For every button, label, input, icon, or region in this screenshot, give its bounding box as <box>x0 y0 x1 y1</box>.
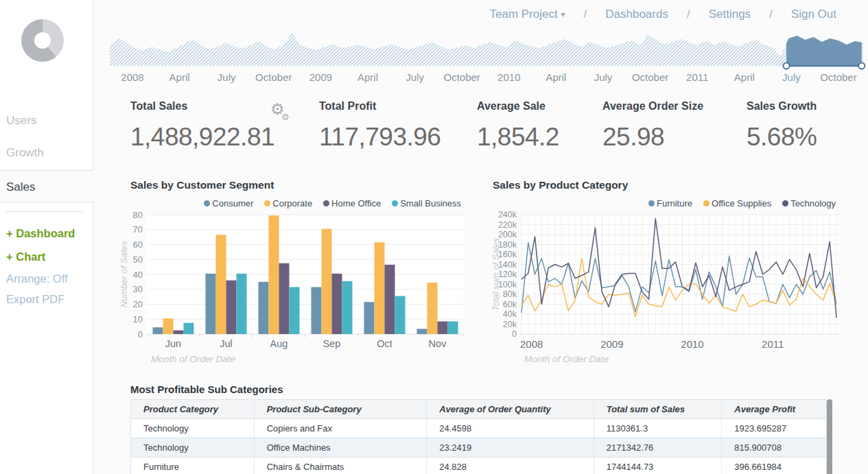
table-header-cell: Average of Order Quantity <box>427 400 594 418</box>
table-cell: 1744144.73 <box>594 458 723 474</box>
bar-corporate[interactable] <box>322 229 332 334</box>
table-header-cell: Product Category <box>131 400 255 418</box>
nav-team-project[interactable]: Team Project ▾ <box>490 8 565 21</box>
add-chart-button[interactable]: + Chart <box>6 250 45 263</box>
bar-consumer[interactable] <box>312 287 322 334</box>
nav-separator: / <box>584 8 587 21</box>
bar-small-business[interactable] <box>237 274 247 334</box>
timeline-tick-label: April <box>734 71 755 83</box>
app-logo-donut-icon[interactable] <box>21 19 64 62</box>
timeline-handle-left[interactable] <box>784 63 790 69</box>
y-tick-label: 80 <box>133 210 143 220</box>
kpi-average-order-size: Average Order Size 25.98 <box>602 100 703 152</box>
timeline-range-selector[interactable]: 2008AprilJulyOctober2009AprilJulyOctober… <box>110 32 865 85</box>
bar-corporate[interactable] <box>216 235 226 334</box>
y-tick-label: 70 <box>133 224 143 235</box>
table-row[interactable]: TechnologyOffice Machines23.24192171342.… <box>131 438 826 458</box>
timeline-tick-label: July <box>406 71 424 83</box>
bar-corporate[interactable] <box>375 242 385 334</box>
bar-consumer[interactable] <box>153 327 163 334</box>
kpi-value: 117,793.96 <box>319 123 441 152</box>
table-cell: 2171342.76 <box>594 438 723 457</box>
y-tick-label: 10 <box>133 314 143 324</box>
nav-sign-out[interactable]: Sign Out <box>791 8 836 21</box>
bar-home-office[interactable] <box>385 265 395 334</box>
kpi-value: 25.98 <box>602 123 703 152</box>
bar-consumer[interactable] <box>206 274 216 334</box>
bar-small-business[interactable] <box>395 296 406 334</box>
add-dashboard-button[interactable]: + Dashboard <box>6 227 75 240</box>
dashboard-page: Users Growth Sales + Dashboard + Chart A… <box>0 0 868 474</box>
timeline-tick-label: April <box>357 71 378 83</box>
nav-settings[interactable]: Settings <box>709 8 751 21</box>
export-pdf-button[interactable]: Export PDF <box>6 293 64 306</box>
bar-home-office[interactable] <box>174 331 184 334</box>
table-cell: 1923.695287 <box>722 419 826 438</box>
timeline-area <box>110 33 863 66</box>
table-cell: Office Machines <box>255 438 427 457</box>
table-cell: 23.2419 <box>427 438 594 457</box>
table-cell: Copiers and Fax <box>255 419 427 438</box>
bar-small-business[interactable] <box>448 322 458 334</box>
sidebar-item-sales[interactable]: Sales <box>0 170 94 202</box>
arrange-toggle[interactable]: Arrange: Off <box>6 272 68 285</box>
segment-bar-chart[interactable]: 01020304050607080JunJulAugSepOctNovMonth… <box>121 206 468 372</box>
bar-small-business[interactable] <box>342 281 353 334</box>
table-cell: 24.828 <box>427 458 594 474</box>
category-line-chart[interactable]: 020k40k60k80k100k120k140k160k180k200k220… <box>493 206 844 372</box>
bar-home-office[interactable] <box>279 263 290 334</box>
timeline-tick-label: 2011 <box>686 71 708 83</box>
bar-consumer[interactable] <box>259 282 269 334</box>
timeline-handle-right[interactable] <box>858 63 865 69</box>
bar-consumer[interactable] <box>417 329 427 334</box>
bar-corporate[interactable] <box>427 283 438 334</box>
bar-small-business[interactable] <box>290 287 300 334</box>
nav-dashboards[interactable]: Dashboards <box>605 8 668 21</box>
timeline-tick-label: April <box>169 71 190 83</box>
x-tick-label: Sep <box>323 338 341 349</box>
y-tick-label: 80k <box>503 289 517 299</box>
timeline-tick-label: 2008 <box>121 71 143 83</box>
y-tick-label: 220k <box>498 220 517 230</box>
y-tick-label: 100k <box>498 280 517 289</box>
kpi-settings-gear-icon[interactable]: ⚙ ⚙ <box>270 100 285 119</box>
table-row[interactable]: TechnologyCopiers and Fax24.45981130361.… <box>131 419 826 438</box>
timeline-tick-label: July <box>594 71 613 83</box>
table-header-cell: Total sum of Sales <box>594 400 723 418</box>
bar-home-office[interactable] <box>332 274 342 334</box>
y-tick-label: 120k <box>498 270 517 279</box>
bar-home-office[interactable] <box>438 322 448 334</box>
x-axis-title: Month of Order Date <box>524 354 609 364</box>
timeline-tick-label: April <box>546 71 566 83</box>
timeline-sparkline[interactable] <box>110 32 865 71</box>
bar-home-office[interactable] <box>226 281 237 334</box>
kpi-label: Total Profit <box>319 100 441 112</box>
x-tick-label: 2011 <box>762 338 784 350</box>
x-tick-label: Jun <box>165 338 181 349</box>
sidebar-divider <box>6 211 82 212</box>
kpi-total-profit: Total Profit 117,793.96 <box>319 100 441 152</box>
kpi-label: Average Order Size <box>602 100 703 112</box>
table-cell: 815.900708 <box>722 438 826 457</box>
kpi-average-sale: Average Sale 1,854.2 <box>477 100 559 152</box>
bar-consumer[interactable] <box>364 302 375 334</box>
y-tick-label: 50 <box>133 254 143 265</box>
nav-separator: / <box>769 8 773 21</box>
x-tick-label: 2008 <box>520 338 543 350</box>
bar-small-business[interactable] <box>184 323 194 334</box>
nav-team-project-label: Team Project <box>490 8 558 21</box>
y-tick-label: 240k <box>498 210 517 220</box>
top-nav: Team Project ▾ / Dashboards / Settings /… <box>490 8 836 21</box>
table-row[interactable]: FurnitureChairs & Chairmats24.8281744144… <box>131 458 826 474</box>
sidebar-item-growth[interactable]: Growth <box>0 146 93 160</box>
y-axis-title: Total sum of Sales <box>491 237 501 311</box>
timeline-tick-label: 2009 <box>309 71 332 83</box>
sidebar-item-users[interactable]: Users <box>0 114 93 128</box>
y-tick-label: 140k <box>498 260 517 270</box>
timeline-tick-label: July <box>218 71 236 83</box>
sub-categories-table: Product CategoryProduct Sub-CategoryAver… <box>130 399 827 474</box>
table-title: Most Profitable Sub Categories <box>130 383 283 395</box>
bar-corporate[interactable] <box>269 215 279 334</box>
bar-corporate[interactable] <box>163 318 174 334</box>
table-scrollbar[interactable] <box>827 399 832 474</box>
